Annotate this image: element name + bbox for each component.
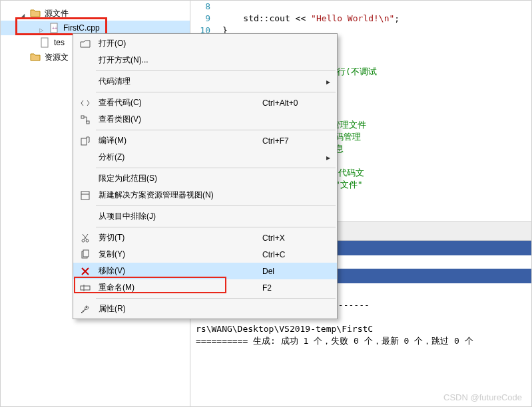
menu-compile[interactable]: 编译(M) Ctrl+F7 bbox=[73, 132, 337, 149]
menu-copy[interactable]: 复制(Y) Ctrl+C bbox=[73, 246, 337, 263]
watermark: CSDN @futureCode bbox=[443, 392, 522, 402]
open-icon bbox=[76, 39, 95, 49]
class-diagram-icon bbox=[76, 114, 95, 125]
menu-exclude[interactable]: 从项目中排除(J) bbox=[73, 208, 337, 225]
menu-cut[interactable]: 剪切(T) Ctrl+X bbox=[73, 229, 337, 246]
menu-separator bbox=[96, 205, 336, 206]
svg-rect-10 bbox=[83, 250, 89, 257]
menu-separator bbox=[96, 227, 336, 227]
menu-separator bbox=[96, 130, 336, 130]
submenu-arrow-icon: ▸ bbox=[322, 77, 330, 86]
file-icon bbox=[39, 37, 50, 48]
svg-rect-5 bbox=[81, 138, 87, 145]
tree-label: 资源文 bbox=[45, 52, 69, 63]
menu-properties[interactable]: 属性(R) bbox=[73, 301, 337, 317]
svg-rect-4 bbox=[87, 121, 89, 124]
menu-separator bbox=[96, 298, 336, 299]
cpp-file-icon: ++ bbox=[49, 23, 59, 33]
line-gutter: 8 9 10 bbox=[190, 1, 214, 37]
rename-icon bbox=[76, 283, 95, 293]
menu-open-with[interactable]: 打开方式(N)... bbox=[73, 52, 337, 68]
tree-label: FirstC.cpp bbox=[63, 23, 100, 33]
menu-remove[interactable]: 移除(V) Del bbox=[73, 263, 337, 279]
menu-rename[interactable]: 重命名(M) F2 bbox=[73, 279, 337, 296]
svg-rect-2 bbox=[41, 38, 48, 47]
expand-icon[interactable] bbox=[21, 10, 27, 17]
svg-text:++: ++ bbox=[52, 26, 57, 31]
cut-icon bbox=[76, 233, 95, 243]
menu-view-code[interactable]: 查看代码(C) Ctrl+Alt+0 bbox=[73, 94, 337, 111]
menu-code-cleanup[interactable]: 代码清理 ▸ bbox=[73, 73, 337, 90]
menu-separator bbox=[96, 92, 336, 92]
code-icon bbox=[76, 98, 95, 108]
submenu-arrow-icon: ▸ bbox=[322, 153, 330, 162]
copy-icon bbox=[76, 249, 95, 260]
context-menu[interactable]: 打开(O) 打开方式(N)... 代码清理 ▸ 查看代码(C) Ctrl+Alt… bbox=[73, 33, 338, 319]
svg-rect-11 bbox=[81, 286, 90, 290]
delete-icon bbox=[76, 266, 95, 277]
menu-open[interactable]: 打开(O) bbox=[73, 35, 337, 52]
new-view-icon bbox=[76, 190, 95, 201]
menu-analyze[interactable]: 分析(Z) ▸ bbox=[73, 149, 337, 166]
menu-view-class[interactable]: 查看类图(V) bbox=[73, 111, 337, 128]
expand-icon[interactable] bbox=[39, 25, 46, 31]
wrench-icon bbox=[76, 304, 95, 315]
tree-label: 源文件 bbox=[45, 8, 69, 19]
menu-separator bbox=[96, 168, 336, 168]
svg-point-7 bbox=[82, 239, 85, 242]
menu-separator bbox=[96, 70, 336, 71]
menu-new-solution-view[interactable]: 新建解决方案资源管理器视图(N) bbox=[73, 187, 337, 204]
folder-icon bbox=[30, 8, 41, 19]
svg-point-8 bbox=[86, 239, 89, 242]
tree-label: tes bbox=[54, 38, 65, 47]
svg-rect-3 bbox=[81, 116, 84, 118]
svg-rect-6 bbox=[81, 192, 89, 200]
expand-icon[interactable] bbox=[21, 54, 27, 61]
tree-folder-source[interactable]: 源文件 bbox=[1, 6, 190, 21]
menu-scope[interactable]: 限定为此范围(S) bbox=[73, 170, 337, 187]
folder-icon bbox=[30, 52, 41, 63]
compile-icon bbox=[76, 136, 95, 146]
